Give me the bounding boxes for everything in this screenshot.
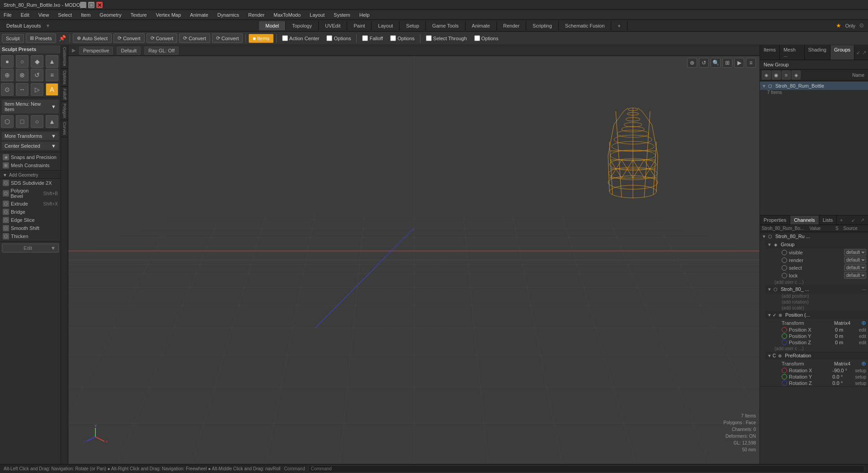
panel-expand-icon[interactable]: ↙ <box>856 50 860 56</box>
chan-root-header[interactable]: ▼ ⬡ Stroh_80_Ru ... <box>760 232 868 240</box>
tool-tri-btn[interactable]: ▲ <box>46 115 58 128</box>
tab-layout[interactable]: Layout <box>372 21 400 30</box>
convert-button-4[interactable]: ⟳ Convert <box>212 33 243 43</box>
menu-help[interactable]: Help <box>358 11 372 19</box>
menu-view[interactable]: View <box>37 11 51 19</box>
menu-system[interactable]: System <box>332 11 352 19</box>
rot-x-setup[interactable]: setup <box>855 368 866 373</box>
command-input[interactable] <box>308 465 864 473</box>
tab-render[interactable]: Render <box>497 21 526 30</box>
items-tool-3[interactable]: ≡ <box>782 70 791 80</box>
tool-hex-btn[interactable]: ⬡ <box>1 115 14 128</box>
tool-play-btn[interactable]: ▷ <box>31 83 43 96</box>
tool-circle-btn[interactable]: ● <box>1 55 14 68</box>
edge-slice-item[interactable]: ⬡ Edge Slice <box>0 216 61 224</box>
menu-animate[interactable]: Animate <box>188 11 210 19</box>
ray-gl-btn[interactable]: Ray GL: Off <box>144 47 179 55</box>
side-tab-options[interactable]: Options <box>61 69 68 87</box>
item-menu-dropdown[interactable]: Item Menu: New Item ▼ <box>2 100 59 113</box>
mesh-constraints-item[interactable]: ⊞ Mesh Constraints <box>0 161 61 169</box>
tool-ring-btn[interactable]: ○ <box>16 55 28 68</box>
menu-texture[interactable]: Texture <box>129 11 149 19</box>
add-user-row[interactable]: (add user c ...) <box>773 279 868 285</box>
pos-x-edit[interactable]: edit <box>859 328 866 333</box>
prerot-transform-btn[interactable]: ⊕ <box>861 360 866 367</box>
vp-grid-btn[interactable]: ⊞ <box>722 58 732 68</box>
chan-group-header[interactable]: ▼ ◈ Group <box>765 240 868 248</box>
visible-dropdown[interactable]: default on off <box>844 249 866 256</box>
tab-shading[interactable]: Shading <box>805 45 830 60</box>
maximize-button[interactable]: □ <box>88 2 94 8</box>
tab-paint[interactable]: Paint <box>347 21 372 30</box>
settings-icon[interactable]: ⚙ <box>859 22 864 29</box>
tab-setup[interactable]: Setup <box>400 21 426 30</box>
pos-z-edit[interactable]: edit <box>859 340 866 345</box>
tool-ring2-btn[interactable]: ○ <box>31 115 43 128</box>
tab-game-tools[interactable]: Game Tools <box>426 21 466 30</box>
lock-dropdown[interactable]: default <box>844 272 866 279</box>
smooth-shift-item[interactable]: ⬡ Smooth Shift <box>0 224 61 232</box>
stroh80-header[interactable]: ▼ ⬡ Stroh_80_ ... — <box>765 285 868 293</box>
item-row-main[interactable]: ▼ ⬡ Stroh_80_Rum_Bottle <box>760 82 868 90</box>
items-tool-1[interactable]: ◈ <box>762 70 771 80</box>
vp-menu-btn[interactable]: ≡ <box>746 58 756 68</box>
tab-topology[interactable]: Topology <box>286 21 319 30</box>
vp-refresh-btn[interactable]: ↺ <box>699 58 709 68</box>
panel-collapse-icon[interactable]: ↗ <box>862 50 866 56</box>
convert-button-3[interactable]: ⟳ Convert <box>179 33 210 43</box>
position-header[interactable]: ▼ ✓ ⊕ Position (... <box>765 311 868 319</box>
side-tab-customize[interactable]: Customize <box>61 45 68 69</box>
action-center-checkbox[interactable]: Action Center <box>279 34 322 42</box>
menu-vertex-map[interactable]: Vertex Map <box>154 11 183 19</box>
options-check-2[interactable] <box>390 35 396 41</box>
select-dropdown[interactable]: default <box>844 264 866 271</box>
add-user-pos-row[interactable]: (add user c ...) <box>773 346 868 351</box>
edit-dropdown[interactable]: Edit ▼ <box>2 244 59 253</box>
convert-button-1[interactable]: ⟳ Convert <box>113 33 145 43</box>
tool-diamond-btn[interactable]: ◆ <box>31 55 43 68</box>
prerotation-header[interactable]: ▼ C ⊕ PreRotation <box>765 351 868 360</box>
chan-tab-lists[interactable]: Lists <box>819 215 837 225</box>
polygon-bevel-item[interactable]: ⬡ Polygon Bevel Shift+B <box>0 187 61 200</box>
menu-geometry[interactable]: Geometry <box>98 11 123 19</box>
render-dropdown[interactable]: default <box>844 257 866 263</box>
vp-play-btn[interactable]: ▶ <box>734 58 744 68</box>
menu-render[interactable]: Render <box>246 11 266 19</box>
side-tab-curves[interactable]: Curves <box>61 120 68 137</box>
tab-mesh[interactable]: Mesh ... <box>780 45 805 60</box>
tool-text-btn[interactable]: A <box>46 83 58 96</box>
items-tool-2[interactable]: ◉ <box>772 70 781 80</box>
chan-expand-btn[interactable]: ↙ <box>849 216 857 224</box>
add-position-row[interactable]: (add position) <box>773 293 868 299</box>
menu-item[interactable]: Item <box>79 11 92 19</box>
add-rotation-row[interactable]: (add rotation) <box>773 299 868 305</box>
select-through-check[interactable] <box>426 35 432 41</box>
tab-animate[interactable]: Animate <box>466 21 497 30</box>
perspective-btn[interactable]: Perspective <box>79 47 113 55</box>
tab-model[interactable]: Model <box>259 21 286 30</box>
thicken-item[interactable]: ⬡ Thicken <box>0 232 61 240</box>
tab-schematic-fusion[interactable]: Schematic Fusion <box>559 21 611 30</box>
rot-z-setup[interactable]: setup <box>855 381 866 386</box>
options-check-3[interactable] <box>474 35 480 41</box>
tool-triangle-btn[interactable]: ▲ <box>46 55 58 68</box>
options-checkbox-1[interactable]: Options <box>324 34 354 42</box>
tab-groups[interactable]: Groups <box>830 45 854 60</box>
options-checkbox-3[interactable]: Options <box>472 34 501 42</box>
menu-maxtomodo[interactable]: MaxToModo <box>272 11 302 19</box>
tab-plus[interactable]: + <box>611 21 627 30</box>
vp-zoom-btn[interactable]: 🔍 <box>711 58 721 68</box>
minimize-button[interactable]: _ <box>80 2 86 8</box>
tool-cross-btn[interactable]: ⊗ <box>16 69 28 81</box>
bridge-item[interactable]: ⬡ Bridge <box>0 208 61 216</box>
default-layouts-btn[interactable]: Default Layouts <box>4 22 43 29</box>
convert-button-2[interactable]: ⟳ Convert <box>146 33 178 43</box>
tab-items[interactable]: Items <box>760 45 780 60</box>
menu-layout[interactable]: Layout <box>308 11 326 19</box>
items-tool-4[interactable]: ◈ <box>792 70 801 80</box>
center-selected-dropdown[interactable]: Center Selected ▼ <box>2 142 59 150</box>
extrude-item[interactable]: ⬡ Extrude Shift+X <box>0 200 61 208</box>
options-checkbox-2[interactable]: Options <box>387 34 417 42</box>
falloff-checkbox[interactable]: Falloff <box>359 34 386 42</box>
menu-dynamics[interactable]: Dynamics <box>216 11 241 19</box>
